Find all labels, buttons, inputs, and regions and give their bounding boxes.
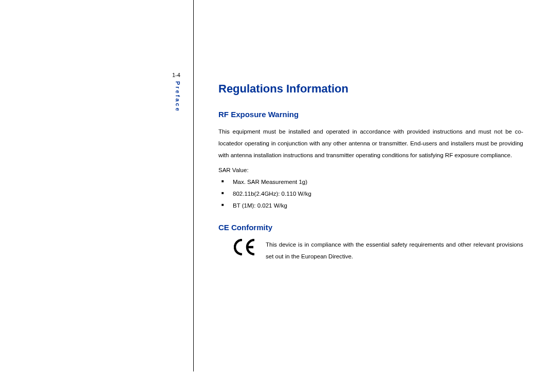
ce-row: This device is in compliance with the es…	[218, 239, 523, 263]
list-item: Max. SAR Measurement 1g)	[218, 176, 523, 188]
sidebar-section-label: Preface	[175, 81, 181, 113]
list-item: 802.11b(2.4GHz): 0.110 W/kg	[218, 188, 523, 200]
page-number: 1-4	[172, 72, 180, 78]
heading-regulations: Regulations Information	[218, 82, 523, 96]
rf-paragraph: This equipment must be installed and ope…	[218, 126, 523, 161]
ce-mark-icon	[234, 239, 256, 257]
heading-rf-exposure: RF Exposure Warning	[218, 110, 523, 119]
sar-value-label: SAR Value:	[218, 164, 523, 176]
heading-ce-conformity: CE Conformity	[218, 223, 523, 232]
main-content: Regulations Information RF Exposure Warn…	[218, 82, 523, 263]
margin-rule	[193, 0, 194, 371]
list-item: BT (1M): 0.021 W/kg	[218, 200, 523, 212]
sar-bullet-list: Max. SAR Measurement 1g) 802.11b(2.4GHz)…	[218, 176, 523, 212]
ce-paragraph: This device is in compliance with the es…	[266, 239, 523, 263]
document-page: 1-4 Preface Regulations Information RF E…	[0, 0, 555, 392]
